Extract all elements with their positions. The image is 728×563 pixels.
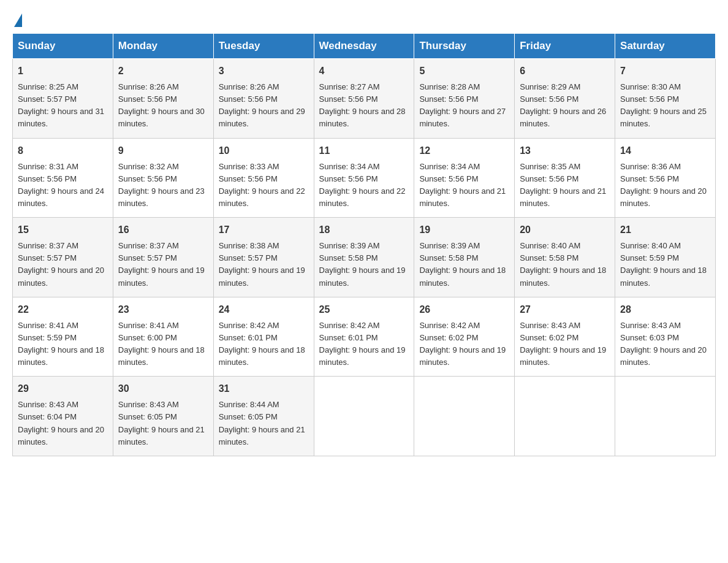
day-number: 11 bbox=[319, 144, 409, 158]
calendar-cell: 14Sunrise: 8:36 AMSunset: 5:56 PMDayligh… bbox=[615, 138, 716, 218]
day-info: Sunrise: 8:40 AMSunset: 5:59 PMDaylight:… bbox=[620, 241, 707, 287]
calendar-cell: 8Sunrise: 8:31 AMSunset: 5:56 PMDaylight… bbox=[13, 138, 113, 218]
calendar-cell: 3Sunrise: 8:26 AMSunset: 5:56 PMDaylight… bbox=[213, 59, 314, 139]
calendar-cell: 29Sunrise: 8:43 AMSunset: 6:04 PMDayligh… bbox=[13, 377, 113, 456]
day-number: 26 bbox=[419, 302, 509, 317]
calendar-cell: 1Sunrise: 8:25 AMSunset: 5:57 PMDaylight… bbox=[13, 59, 113, 139]
day-number: 31 bbox=[219, 381, 309, 396]
calendar-cell: 28Sunrise: 8:43 AMSunset: 6:03 PMDayligh… bbox=[615, 297, 716, 377]
day-number: 10 bbox=[219, 144, 309, 158]
calendar-cell: 6Sunrise: 8:29 AMSunset: 5:56 PMDaylight… bbox=[515, 59, 615, 139]
logo bbox=[12, 12, 22, 27]
calendar-weekday-wednesday: Wednesday bbox=[314, 34, 414, 59]
day-info: Sunrise: 8:32 AMSunset: 5:56 PMDaylight:… bbox=[118, 162, 205, 208]
day-info: Sunrise: 8:39 AMSunset: 5:58 PMDaylight:… bbox=[419, 241, 506, 287]
calendar-week-row: 8Sunrise: 8:31 AMSunset: 5:56 PMDaylight… bbox=[13, 138, 716, 218]
day-info: Sunrise: 8:30 AMSunset: 5:56 PMDaylight:… bbox=[620, 82, 707, 128]
day-info: Sunrise: 8:41 AMSunset: 5:59 PMDaylight:… bbox=[18, 321, 104, 367]
calendar-cell: 11Sunrise: 8:34 AMSunset: 5:56 PMDayligh… bbox=[314, 138, 414, 218]
day-info: Sunrise: 8:31 AMSunset: 5:56 PMDaylight:… bbox=[18, 162, 104, 208]
calendar-cell: 20Sunrise: 8:40 AMSunset: 5:58 PMDayligh… bbox=[515, 218, 615, 297]
day-number: 2 bbox=[118, 64, 208, 79]
day-info: Sunrise: 8:27 AMSunset: 5:56 PMDaylight:… bbox=[319, 82, 406, 128]
day-info: Sunrise: 8:25 AMSunset: 5:57 PMDaylight:… bbox=[18, 82, 104, 128]
day-number: 23 bbox=[118, 302, 208, 317]
day-number: 16 bbox=[118, 223, 208, 237]
day-number: 22 bbox=[18, 302, 108, 317]
day-info: Sunrise: 8:33 AMSunset: 5:56 PMDaylight:… bbox=[219, 162, 305, 208]
calendar-cell: 15Sunrise: 8:37 AMSunset: 5:57 PMDayligh… bbox=[13, 218, 113, 297]
day-info: Sunrise: 8:40 AMSunset: 5:58 PMDaylight:… bbox=[520, 241, 606, 287]
day-number: 27 bbox=[520, 302, 610, 317]
calendar-cell: 7Sunrise: 8:30 AMSunset: 5:56 PMDaylight… bbox=[615, 59, 716, 139]
day-number: 18 bbox=[319, 223, 409, 237]
day-number: 8 bbox=[18, 144, 108, 158]
day-info: Sunrise: 8:43 AMSunset: 6:02 PMDaylight:… bbox=[520, 321, 606, 367]
calendar-weekday-monday: Monday bbox=[113, 34, 213, 59]
day-info: Sunrise: 8:35 AMSunset: 5:56 PMDaylight:… bbox=[520, 162, 606, 208]
calendar-cell: 17Sunrise: 8:38 AMSunset: 5:57 PMDayligh… bbox=[213, 218, 314, 297]
calendar-cell: 13Sunrise: 8:35 AMSunset: 5:56 PMDayligh… bbox=[515, 138, 615, 218]
calendar-cell: 10Sunrise: 8:33 AMSunset: 5:56 PMDayligh… bbox=[213, 138, 314, 218]
calendar-cell bbox=[515, 377, 615, 456]
day-info: Sunrise: 8:42 AMSunset: 6:01 PMDaylight:… bbox=[219, 321, 305, 367]
calendar-weekday-thursday: Thursday bbox=[414, 34, 515, 59]
day-number: 6 bbox=[520, 64, 610, 79]
day-number: 5 bbox=[419, 64, 509, 79]
day-number: 4 bbox=[319, 64, 409, 79]
day-number: 19 bbox=[419, 223, 509, 237]
day-info: Sunrise: 8:37 AMSunset: 5:57 PMDaylight:… bbox=[18, 241, 104, 287]
day-info: Sunrise: 8:34 AMSunset: 5:56 PMDaylight:… bbox=[319, 162, 406, 208]
day-number: 15 bbox=[18, 223, 108, 237]
calendar-cell: 5Sunrise: 8:28 AMSunset: 5:56 PMDaylight… bbox=[414, 59, 515, 139]
calendar-cell: 25Sunrise: 8:42 AMSunset: 6:01 PMDayligh… bbox=[314, 297, 414, 377]
calendar-cell: 27Sunrise: 8:43 AMSunset: 6:02 PMDayligh… bbox=[515, 297, 615, 377]
day-number: 30 bbox=[118, 381, 208, 396]
calendar-weekday-sunday: Sunday bbox=[13, 34, 113, 59]
calendar-cell: 22Sunrise: 8:41 AMSunset: 5:59 PMDayligh… bbox=[13, 297, 113, 377]
calendar-cell bbox=[414, 377, 515, 456]
day-info: Sunrise: 8:39 AMSunset: 5:58 PMDaylight:… bbox=[319, 241, 406, 287]
day-number: 13 bbox=[520, 144, 610, 158]
day-number: 3 bbox=[219, 64, 309, 79]
day-number: 17 bbox=[219, 223, 309, 237]
calendar-week-row: 1Sunrise: 8:25 AMSunset: 5:57 PMDaylight… bbox=[13, 59, 716, 139]
calendar-cell: 23Sunrise: 8:41 AMSunset: 6:00 PMDayligh… bbox=[113, 297, 213, 377]
day-number: 14 bbox=[620, 144, 710, 158]
day-number: 7 bbox=[620, 64, 710, 79]
calendar-cell: 26Sunrise: 8:42 AMSunset: 6:02 PMDayligh… bbox=[414, 297, 515, 377]
day-number: 20 bbox=[520, 223, 610, 237]
day-number: 12 bbox=[419, 144, 509, 158]
calendar-week-row: 22Sunrise: 8:41 AMSunset: 5:59 PMDayligh… bbox=[13, 297, 716, 377]
day-info: Sunrise: 8:34 AMSunset: 5:56 PMDaylight:… bbox=[419, 162, 506, 208]
day-info: Sunrise: 8:43 AMSunset: 6:04 PMDaylight:… bbox=[18, 400, 104, 446]
calendar-cell: 4Sunrise: 8:27 AMSunset: 5:56 PMDaylight… bbox=[314, 59, 414, 139]
calendar-weekday-saturday: Saturday bbox=[615, 34, 716, 59]
day-info: Sunrise: 8:36 AMSunset: 5:56 PMDaylight:… bbox=[620, 162, 707, 208]
day-info: Sunrise: 8:43 AMSunset: 6:03 PMDaylight:… bbox=[620, 321, 707, 367]
calendar-cell bbox=[615, 377, 716, 456]
day-info: Sunrise: 8:43 AMSunset: 6:05 PMDaylight:… bbox=[118, 400, 205, 446]
day-number: 25 bbox=[319, 302, 409, 317]
day-info: Sunrise: 8:44 AMSunset: 6:05 PMDaylight:… bbox=[219, 400, 305, 446]
day-number: 28 bbox=[620, 302, 710, 317]
day-info: Sunrise: 8:42 AMSunset: 6:02 PMDaylight:… bbox=[419, 321, 506, 367]
day-number: 21 bbox=[620, 223, 710, 237]
calendar-cell: 19Sunrise: 8:39 AMSunset: 5:58 PMDayligh… bbox=[414, 218, 515, 297]
day-info: Sunrise: 8:37 AMSunset: 5:57 PMDaylight:… bbox=[118, 241, 205, 287]
day-info: Sunrise: 8:26 AMSunset: 5:56 PMDaylight:… bbox=[118, 82, 205, 128]
day-number: 9 bbox=[118, 144, 208, 158]
calendar-cell: 9Sunrise: 8:32 AMSunset: 5:56 PMDaylight… bbox=[113, 138, 213, 218]
calendar-week-row: 29Sunrise: 8:43 AMSunset: 6:04 PMDayligh… bbox=[13, 377, 716, 456]
calendar-week-row: 15Sunrise: 8:37 AMSunset: 5:57 PMDayligh… bbox=[13, 218, 716, 297]
calendar-cell: 12Sunrise: 8:34 AMSunset: 5:56 PMDayligh… bbox=[414, 138, 515, 218]
day-info: Sunrise: 8:29 AMSunset: 5:56 PMDaylight:… bbox=[520, 82, 606, 128]
day-info: Sunrise: 8:26 AMSunset: 5:56 PMDaylight:… bbox=[219, 82, 305, 128]
day-number: 29 bbox=[18, 381, 108, 396]
calendar-weekday-friday: Friday bbox=[515, 34, 615, 59]
calendar-cell: 24Sunrise: 8:42 AMSunset: 6:01 PMDayligh… bbox=[213, 297, 314, 377]
calendar-table: SundayMondayTuesdayWednesdayThursdayFrid… bbox=[12, 33, 716, 456]
day-info: Sunrise: 8:42 AMSunset: 6:01 PMDaylight:… bbox=[319, 321, 406, 367]
page-header bbox=[12, 12, 716, 27]
day-info: Sunrise: 8:41 AMSunset: 6:00 PMDaylight:… bbox=[118, 321, 205, 367]
